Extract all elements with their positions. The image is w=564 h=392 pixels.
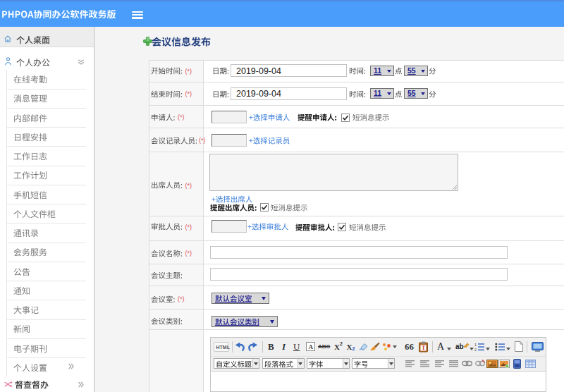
svg-text:1: 1 — [474, 343, 477, 347]
svg-text:T: T — [422, 345, 426, 351]
svg-text:2: 2 — [474, 348, 477, 352]
